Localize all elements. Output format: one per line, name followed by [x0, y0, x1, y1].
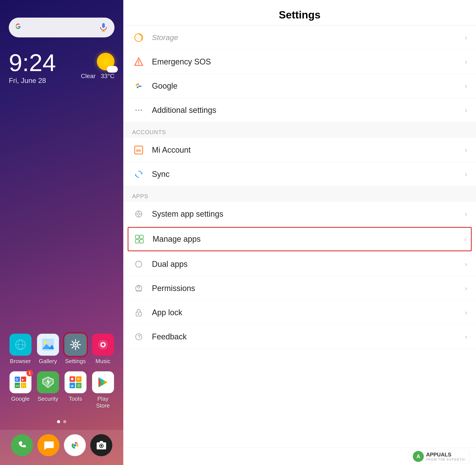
- music-label: Music: [96, 358, 111, 365]
- weather-condition: Clear: [81, 73, 96, 79]
- app-tools[interactable]: ⚙ ☁ Tools: [63, 371, 88, 409]
- settings-title: Settings: [132, 9, 467, 21]
- svg-rect-74: [135, 235, 139, 239]
- google-chevron: ›: [465, 82, 467, 90]
- dock-messages[interactable]: [37, 434, 59, 456]
- svg-text:▶: ▶: [22, 378, 24, 381]
- google-settings-label: Google: [152, 81, 465, 91]
- settings-manage-apps[interactable]: Manage apps ›: [128, 227, 472, 251]
- svg-point-69: [138, 213, 140, 215]
- gallery-label: Gallery: [39, 358, 57, 365]
- weather-cloud-icon: [107, 66, 118, 73]
- settings-mi-account[interactable]: mi Mi Account ›: [123, 138, 476, 162]
- permissions-chevron: ›: [465, 284, 467, 292]
- app-gallery[interactable]: Gallery: [36, 334, 60, 365]
- gallery-icon: [37, 334, 59, 356]
- dock-chrome[interactable]: [64, 434, 86, 456]
- app-google[interactable]: G ▶ MAP YT 1 Google: [8, 371, 33, 409]
- svg-text:⚙: ⚙: [77, 377, 80, 381]
- permissions-icon: [132, 282, 145, 295]
- phone-panel: 9:24 Fri, June 28 Clear 33°C: [0, 0, 123, 465]
- svg-rect-56: [100, 441, 103, 443]
- notification-badge: 1: [26, 370, 33, 376]
- page-dot-2: [63, 420, 66, 423]
- storage-icon: [132, 31, 145, 44]
- settings-sync[interactable]: Sync ›: [123, 162, 476, 186]
- permissions-label: Permissions: [152, 284, 465, 293]
- svg-text:G: G: [16, 378, 18, 381]
- settings-google[interactable]: Google ›: [123, 74, 476, 98]
- search-bar[interactable]: [9, 18, 114, 37]
- settings-emergency[interactable]: Emergency SOS ›: [123, 50, 476, 74]
- time-weather: 9:24 Fri, June 28 Clear 33°C: [9, 51, 114, 85]
- playstore-icon: [92, 371, 114, 393]
- svg-text:mi: mi: [136, 148, 141, 153]
- app-row-1: Browser Gallery: [7, 334, 117, 365]
- music-icon: [92, 334, 114, 356]
- additional-chevron: ›: [465, 106, 467, 114]
- settings-list: Storage › Emergency SOS ›: [123, 25, 476, 447]
- app-music[interactable]: Music: [91, 334, 115, 365]
- appuals-logo: A: [413, 451, 424, 462]
- svg-text:☁: ☁: [70, 383, 74, 387]
- dock-camera[interactable]: [90, 434, 112, 456]
- google-label: Google: [11, 395, 30, 402]
- svg-point-10: [44, 341, 47, 344]
- additional-icon: [132, 104, 145, 117]
- emergency-label: Emergency SOS: [152, 57, 465, 66]
- app-settings[interactable]: Settings: [63, 334, 88, 365]
- bottom-dock: [0, 430, 123, 465]
- app-security[interactable]: Security: [36, 371, 60, 409]
- appuals-text: APPUALS FROM THE EXPERTS!: [426, 452, 466, 461]
- settings-app-lock[interactable]: App lock ›: [123, 300, 476, 325]
- page-dot-1: [57, 420, 60, 423]
- svg-point-57: [135, 34, 143, 42]
- mic-icon[interactable]: [99, 22, 108, 33]
- app-row-2: G ▶ MAP YT 1 Google: [7, 371, 117, 409]
- feedback-label: Feedback: [152, 332, 465, 341]
- svg-point-15: [75, 344, 76, 346]
- svg-text:MAP: MAP: [16, 385, 21, 387]
- appuals-watermark: A APPUALS FROM THE EXPERTS!: [409, 449, 469, 464]
- svg-point-27: [102, 343, 104, 346]
- system-app-icon: [132, 207, 145, 221]
- app-playstore[interactable]: Play Store: [91, 371, 115, 409]
- settings-permissions[interactable]: Permissions ›: [123, 276, 476, 300]
- mi-account-label: Mi Account: [152, 145, 465, 155]
- tools-icon: ⚙ ☁: [65, 371, 87, 393]
- page-dots: [0, 420, 123, 423]
- sync-icon: [132, 168, 145, 181]
- svg-rect-76: [135, 240, 139, 243]
- weather-widget: Clear 33°C: [81, 53, 114, 80]
- system-app-label: System app settings: [152, 209, 465, 219]
- settings-storage[interactable]: Storage ›: [123, 25, 476, 50]
- app-browser[interactable]: Browser: [8, 334, 33, 365]
- playstore-label: Play Store: [91, 395, 115, 409]
- svg-point-62: [138, 110, 139, 111]
- sync-label: Sync: [152, 169, 465, 179]
- security-icon: [37, 371, 59, 393]
- settings-feedback[interactable]: ? Feedback ›: [123, 325, 476, 349]
- settings-dual-apps[interactable]: Dual apps ›: [123, 252, 476, 276]
- svg-point-61: [135, 110, 137, 111]
- settings-additional[interactable]: Additional settings ›: [123, 98, 476, 122]
- app-lock-chevron: ›: [465, 308, 467, 317]
- app-grid: Browser Gallery: [0, 329, 123, 420]
- status-bar: [0, 0, 123, 13]
- settings-system-apps[interactable]: System app settings ›: [123, 202, 476, 226]
- google-icon: G ▶ MAP YT 1: [10, 371, 32, 393]
- svg-point-44: [71, 378, 74, 380]
- accounts-section-header: ACCOUNTS: [123, 122, 476, 138]
- dock-phone[interactable]: [11, 434, 33, 456]
- apps-section-header: APPS: [123, 186, 476, 202]
- system-app-chevron: ›: [465, 210, 467, 218]
- browser-label: Browser: [10, 358, 31, 365]
- dual-apps-chevron: ›: [465, 260, 467, 268]
- app-lock-label: App lock: [152, 308, 465, 317]
- storage-chevron: ›: [465, 33, 467, 42]
- security-label: Security: [38, 395, 58, 402]
- manage-apps-chevron: ›: [464, 235, 466, 243]
- tools-label: Tools: [69, 395, 82, 402]
- emergency-icon: [132, 55, 145, 68]
- svg-point-51: [74, 444, 76, 446]
